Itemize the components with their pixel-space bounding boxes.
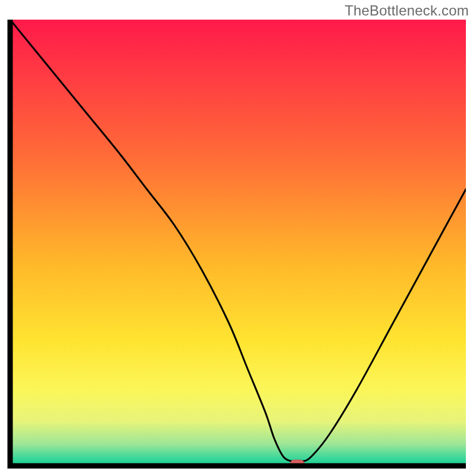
watermark-text: TheBottleneck.com [345, 2, 469, 19]
chart-frame [7, 17, 469, 469]
gradient-background [10, 20, 466, 466]
chart-svg [7, 17, 469, 469]
chart-container: TheBottleneck.com [0, 0, 476, 476]
